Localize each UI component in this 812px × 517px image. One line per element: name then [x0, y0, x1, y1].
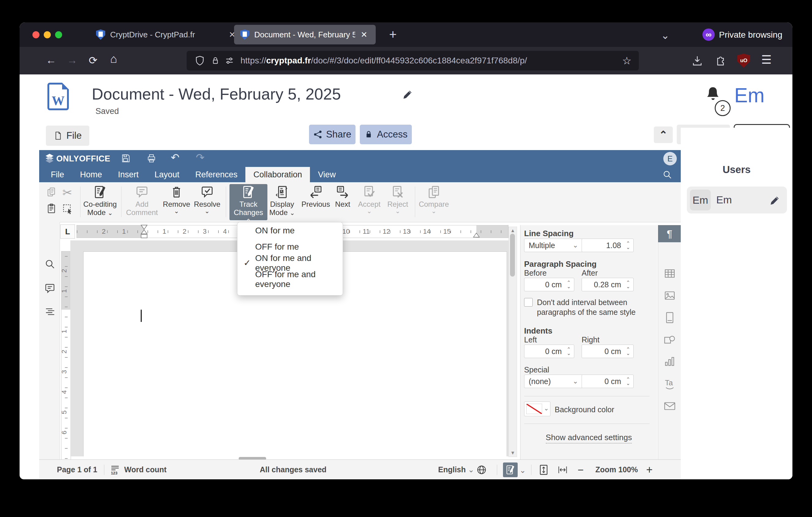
track-changes-menu-item[interactable]: ✓ ON for me and everyone	[237, 255, 343, 271]
word-count-icon[interactable]	[110, 464, 120, 475]
rename-pencil-icon[interactable]	[403, 89, 413, 100]
track-changes-status-chevron[interactable]: ⌄	[520, 466, 526, 475]
editor-search-icon[interactable]	[662, 169, 672, 180]
print-icon[interactable]	[146, 153, 157, 164]
resolve-comment-button[interactable]: Resolve⌄	[193, 184, 222, 214]
tab-cryptdrive[interactable]: CryptDrive - CryptPad.fr ✕	[90, 25, 243, 45]
file-menu-button[interactable]: File	[46, 126, 89, 146]
tracking-protection-shield-icon[interactable]	[195, 55, 205, 66]
reload-button[interactable]: ⟳	[89, 54, 97, 66]
tab-document-active[interactable]: Document - Wed, February 5, 2 ✕	[234, 25, 376, 45]
permissions-toggle-icon[interactable]	[225, 56, 234, 65]
background-color-swatch[interactable]: ⌄	[524, 402, 550, 416]
zoom-in-icon[interactable]: +	[646, 463, 652, 476]
list-tabs-chevron-icon[interactable]: ⌄	[661, 29, 670, 42]
zoom-out-icon[interactable]: −	[578, 464, 584, 476]
reject-change-button[interactable]: Reject⌄	[385, 184, 411, 214]
menu-tab[interactable]: Insert	[110, 167, 147, 182]
word-count-label[interactable]: Word count	[124, 465, 167, 474]
ublock-origin-icon[interactable]: uO	[737, 54, 750, 68]
compare-button[interactable]: Compare⌄	[418, 184, 449, 214]
collapse-toolbar-button[interactable]: ⌃	[654, 127, 673, 143]
line-spacing-select[interactable]: Multiple⌄	[524, 239, 583, 252]
back-button[interactable]: ←	[46, 54, 56, 66]
tab-stop-selector[interactable]: L	[60, 224, 75, 239]
special-select[interactable]: (none)⌄	[524, 375, 583, 388]
share-button[interactable]: Share	[309, 125, 355, 144]
track-changes-button[interactable]: Track Changes ⌃	[229, 184, 267, 220]
find-search-icon[interactable]	[44, 258, 56, 270]
vertical-ruler[interactable]: 21123456	[61, 251, 71, 479]
bookmark-star-icon[interactable]: ☆	[622, 55, 632, 67]
vertical-scrollbar[interactable]: ▲ ▼	[509, 227, 517, 457]
header-footer-settings-tab[interactable]	[658, 309, 681, 326]
editor-user-avatar[interactable]: E	[663, 152, 677, 165]
close-tab-icon[interactable]: ✕	[361, 30, 368, 39]
access-button[interactable]: Access	[360, 125, 412, 144]
language-selector[interactable]: English ⌄	[438, 465, 474, 474]
indent-marker[interactable]	[141, 225, 147, 239]
show-advanced-settings-link[interactable]: Show advanced settings	[520, 433, 657, 442]
track-changes-menu-item[interactable]: ✓ OFF for me	[237, 239, 343, 255]
menu-tab[interactable]: View	[310, 167, 344, 182]
indent-left-spinner[interactable]: 0 cm⌃⌄	[524, 345, 574, 358]
previous-change-button[interactable]: Previous	[302, 184, 330, 208]
special-value-spinner[interactable]: 0 cm⌃⌄	[582, 375, 634, 388]
line-spacing-value-spinner[interactable]: 1.08⌃⌄	[582, 239, 634, 252]
select-all-icon[interactable]	[62, 203, 74, 215]
extensions-puzzle-icon[interactable]	[715, 55, 726, 66]
right-indent-marker[interactable]	[473, 233, 480, 238]
url-bar[interactable]: https://cryptpad.fr/doc/#/3/doc/edit/ff0…	[186, 51, 639, 71]
display-mode-button[interactable]: Display Mode ⌄	[267, 184, 297, 217]
menu-tab[interactable]: References	[187, 167, 245, 182]
minimize-window-button[interactable]	[44, 31, 51, 38]
downloads-icon[interactable]	[692, 55, 703, 66]
indent-right-spinner[interactable]: 0 cm⌃⌄	[582, 345, 634, 358]
page-indicator[interactable]: Page 1 of 1	[57, 465, 97, 474]
track-changes-status-toggle[interactable]	[503, 462, 518, 477]
track-changes-menu-item[interactable]: ✓ ON for me	[237, 222, 343, 239]
scroll-down-icon[interactable]: ▼	[509, 450, 517, 456]
home-button[interactable]: ⌂	[110, 52, 117, 65]
hamburger-menu-icon[interactable]: ☰	[761, 53, 772, 66]
scroll-up-icon[interactable]: ▲	[509, 228, 517, 234]
text-art-settings-tab[interactable]	[658, 375, 681, 392]
zoom-window-button[interactable]	[55, 31, 62, 38]
user-list-item[interactable]: Em Em	[687, 187, 787, 214]
fit-width-icon[interactable]	[557, 464, 569, 475]
comments-panel-icon[interactable]	[44, 283, 56, 294]
notifications-bell-icon[interactable]	[704, 85, 721, 103]
new-tab-button[interactable]: +	[389, 27, 397, 42]
spellcheck-globe-icon[interactable]	[476, 464, 487, 475]
close-window-button[interactable]	[32, 31, 39, 38]
chart-settings-tab[interactable]	[658, 353, 681, 370]
save-icon[interactable]	[120, 153, 131, 164]
remove-comment-button[interactable]: Remove⌄	[162, 184, 191, 214]
navigation-panel-icon[interactable]	[44, 305, 56, 317]
shape-settings-tab[interactable]	[658, 331, 681, 348]
account-avatar[interactable]: Em	[734, 84, 764, 107]
undo-icon[interactable]: ↶	[171, 151, 180, 164]
copy-icon[interactable]	[46, 187, 57, 197]
no-interval-checkbox[interactable]	[524, 298, 533, 306]
scrollbar-thumb[interactable]	[510, 234, 515, 277]
forward-button[interactable]: →	[67, 54, 78, 66]
paragraph-settings-tab[interactable]: ¶	[658, 225, 681, 242]
spacing-after-spinner[interactable]: 0.28 cm⌃⌄	[582, 278, 634, 291]
track-changes-menu-item[interactable]: ✓ OFF for me and everyone	[237, 271, 343, 287]
add-comment-button[interactable]: Add Comment	[124, 184, 160, 217]
menu-tab[interactable]: Layout	[147, 167, 187, 182]
document-title[interactable]: Document - Wed, February 5, 2025	[92, 85, 341, 103]
next-change-button[interactable]: Next	[332, 184, 354, 208]
cut-scissors-icon[interactable]: ✂	[62, 186, 72, 199]
accept-change-button[interactable]: Accept⌄	[356, 184, 382, 214]
edit-name-pencil-icon[interactable]	[770, 195, 780, 206]
co-editing-mode-button[interactable]: Co-editing Mode ⌄	[82, 184, 118, 217]
table-settings-tab[interactable]	[658, 265, 681, 282]
fit-page-icon[interactable]	[538, 464, 550, 475]
menu-tab[interactable]: Collaboration	[245, 167, 310, 182]
menu-tab[interactable]: Home	[72, 167, 110, 182]
connection-lock-icon[interactable]	[210, 56, 220, 65]
spacing-before-spinner[interactable]: 0 cm⌃⌄	[524, 278, 574, 291]
redo-icon[interactable]: ↷	[196, 151, 205, 164]
